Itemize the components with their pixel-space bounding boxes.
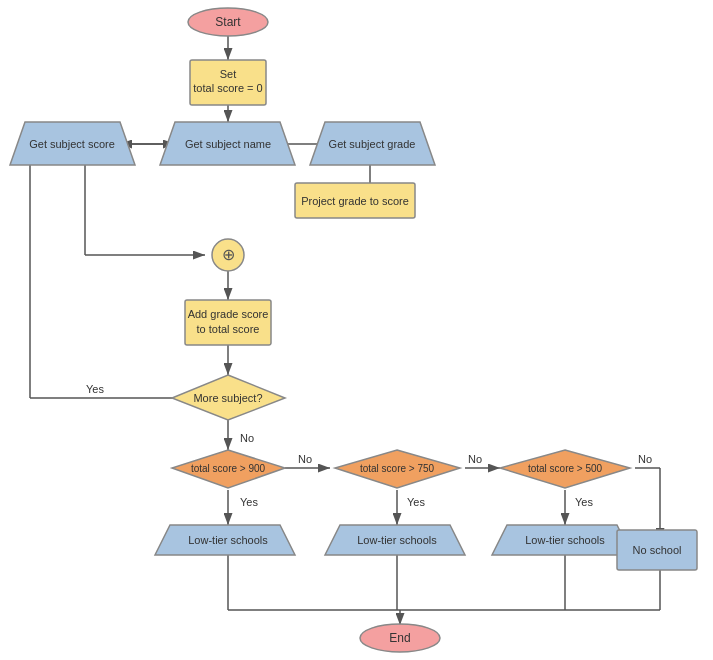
school1-label: Low-tier schools xyxy=(188,534,268,546)
no-label-more-subject: No xyxy=(240,432,254,444)
yes-label-750: Yes xyxy=(407,496,425,508)
set-total-label2: total score = 0 xyxy=(193,82,262,94)
no-label-900: No xyxy=(298,453,312,465)
get-subject-score-label: Get subject score xyxy=(29,138,115,150)
merge-plus: ⊕ xyxy=(222,246,235,263)
school2-label: Low-tier schools xyxy=(357,534,437,546)
get-subject-name-label: Get subject name xyxy=(185,138,271,150)
add-grade-label2: to total score xyxy=(197,323,260,335)
total-750-label: total score > 750 xyxy=(360,463,435,474)
get-subject-grade-label: Get subject grade xyxy=(329,138,416,150)
total-900-label: total score > 900 xyxy=(191,463,266,474)
no-label-750: No xyxy=(468,453,482,465)
yes-label-900: Yes xyxy=(240,496,258,508)
add-grade-label: Add grade score xyxy=(188,308,269,320)
school3-label: Low-tier schools xyxy=(525,534,605,546)
yes-label-500: Yes xyxy=(575,496,593,508)
total-500-label: total score > 500 xyxy=(528,463,603,474)
project-grade-label: Project grade to score xyxy=(301,195,409,207)
yes-label-more-subject: Yes xyxy=(86,383,104,395)
no-school-label: No school xyxy=(633,544,682,556)
no-label-500: No xyxy=(638,453,652,465)
end-label: End xyxy=(389,631,410,645)
start-label: Start xyxy=(215,15,241,29)
more-subject-label: More subject? xyxy=(193,392,262,404)
set-total-label: Set xyxy=(220,68,237,80)
